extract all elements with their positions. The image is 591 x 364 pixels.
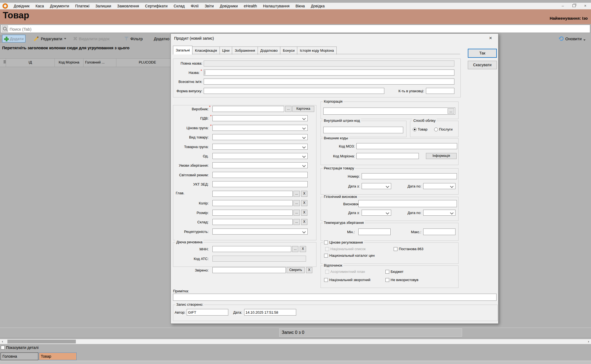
menu-zamovlennia[interactable]: Замовлення bbox=[114, 3, 142, 9]
search-input[interactable] bbox=[9, 25, 585, 33]
minimize-button[interactable]: – bbox=[559, 3, 566, 8]
tab-klasyfikatsiia[interactable]: Класифікація bbox=[192, 47, 220, 54]
storage-select[interactable] bbox=[212, 162, 308, 168]
menu-dovidnyky[interactable]: Довідники bbox=[217, 3, 241, 9]
color-clear-button[interactable]: X bbox=[301, 200, 307, 206]
composition-input[interactable] bbox=[212, 219, 293, 225]
ukt-zed-input[interactable] bbox=[212, 181, 308, 187]
column-plucode[interactable]: PLUCODE bbox=[116, 59, 179, 67]
restore-icon[interactable] bbox=[572, 4, 576, 7]
manufacturer-input[interactable] bbox=[212, 106, 284, 112]
name-input[interactable] bbox=[204, 70, 454, 76]
morion-code-input[interactable] bbox=[356, 153, 419, 159]
price-group-select[interactable] bbox=[212, 125, 308, 131]
bottom-tab-home[interactable]: Головна bbox=[1, 353, 38, 360]
information-button[interactable]: Інформація bbox=[426, 153, 457, 159]
world-name-input[interactable] bbox=[204, 79, 454, 85]
search-icon[interactable] bbox=[2, 25, 8, 32]
add-button[interactable]: Додати bbox=[2, 35, 25, 42]
size-lookup-button[interactable]: ... bbox=[293, 210, 300, 216]
radio-services[interactable]: Послуги bbox=[434, 127, 452, 131]
menu-zalyshky[interactable]: Залишки bbox=[93, 3, 114, 9]
barcode-input[interactable] bbox=[323, 127, 403, 133]
toolbar-grip[interactable] bbox=[0, 35, 2, 43]
scroll-right-icon[interactable]: › bbox=[587, 339, 590, 344]
menu-ehealth[interactable]: eHealth bbox=[241, 3, 260, 9]
light-mode-input[interactable] bbox=[212, 172, 308, 178]
size-input[interactable] bbox=[212, 210, 293, 216]
color-input[interactable] bbox=[212, 200, 293, 206]
corporation-input[interactable] bbox=[323, 108, 455, 115]
cancel-button[interactable]: Скасувати bbox=[468, 61, 497, 69]
bottom-tab-tovar[interactable]: Товар bbox=[39, 353, 77, 360]
prescription-select[interactable] bbox=[212, 229, 308, 235]
menu-zvity[interactable]: Звіти bbox=[202, 3, 217, 9]
conclusion-input[interactable] bbox=[358, 200, 457, 207]
created-date-input[interactable] bbox=[244, 309, 296, 316]
tab-zagalni[interactable]: Загальні bbox=[173, 46, 192, 54]
goods-group-select[interactable] bbox=[212, 144, 308, 150]
budget-checkbox[interactable]: Бюджет bbox=[385, 270, 403, 274]
manufacturer-card-button[interactable]: Карточка bbox=[292, 106, 314, 112]
column-main[interactable]: Головний ... bbox=[83, 59, 116, 67]
moz-code-input[interactable] bbox=[356, 143, 457, 149]
show-details-checkbox[interactable]: Показувати деталі bbox=[1, 345, 39, 350]
national-return-checkbox[interactable]: Національний зворотний bbox=[324, 278, 370, 282]
composition-clear-button[interactable]: X bbox=[301, 219, 307, 225]
color-lookup-button[interactable]: ... bbox=[293, 200, 300, 206]
release-form-input[interactable] bbox=[204, 88, 384, 94]
row-indicator-column[interactable] bbox=[0, 59, 6, 67]
manufacturer-lookup-button[interactable]: ... bbox=[285, 106, 292, 112]
horizontal-scrollbar[interactable]: ‹ › bbox=[0, 339, 591, 344]
vat-select[interactable] bbox=[212, 115, 308, 121]
verify-button[interactable]: Сверить bbox=[287, 267, 305, 273]
reg-date-from-select[interactable] bbox=[362, 183, 391, 189]
hyg-date-to-select[interactable] bbox=[423, 210, 455, 216]
menu-vikna[interactable]: Вікна bbox=[293, 3, 308, 9]
menu-sertyfikaty[interactable]: Сертифікати bbox=[142, 3, 171, 9]
main-clear-button[interactable]: X bbox=[301, 191, 307, 197]
close-window-button[interactable]: × bbox=[582, 3, 589, 8]
menu-platezhi[interactable]: Платежі bbox=[72, 3, 93, 9]
tab-bonusy[interactable]: Бонуси bbox=[280, 47, 297, 54]
menu-kasa[interactable]: Каса bbox=[33, 3, 47, 9]
tab-tsiny[interactable]: Ціни bbox=[220, 47, 232, 54]
refresh-button[interactable]: Оновити bbox=[558, 35, 587, 42]
hyg-date-from-select[interactable] bbox=[362, 210, 391, 216]
reg-number-input[interactable] bbox=[362, 173, 457, 179]
scroll-left-icon[interactable]: ‹ bbox=[1, 339, 4, 344]
more-button[interactable]: Додатко bbox=[152, 35, 171, 42]
note-input[interactable] bbox=[173, 294, 497, 301]
verified-input[interactable] bbox=[212, 267, 286, 273]
mnn-input[interactable] bbox=[212, 246, 291, 252]
size-clear-button[interactable]: X bbox=[301, 210, 307, 216]
mnn-clear-button[interactable]: X bbox=[300, 246, 306, 252]
menu-dovidnyk[interactable]: Довідник bbox=[11, 3, 33, 9]
corporation-lookup-button[interactable]: ... bbox=[448, 108, 454, 114]
national-catalog-checkbox[interactable]: Национальный каталог цен bbox=[324, 253, 375, 258]
main-lookup-button[interactable]: ... bbox=[293, 191, 300, 197]
tab-dodatkovo[interactable]: Додатково bbox=[258, 47, 280, 54]
goods-kind-select[interactable] bbox=[212, 134, 308, 140]
price-regulation-checkbox[interactable]: Цінове регулювання bbox=[323, 240, 364, 244]
menu-dokumenty[interactable]: Документи bbox=[47, 3, 72, 9]
edit-button[interactable]: Редагувати bbox=[32, 35, 68, 42]
column-id[interactable]: ІД bbox=[6, 59, 55, 67]
mnn-lookup-button[interactable]: ... bbox=[292, 246, 298, 252]
temp-min-input[interactable] bbox=[358, 229, 391, 235]
menu-nalashtuvannia[interactable]: Налаштування bbox=[260, 3, 293, 9]
menu-filii[interactable]: Філії bbox=[188, 3, 202, 9]
tab-zobrazhennia[interactable]: Зображення bbox=[232, 47, 258, 54]
unit-select[interactable] bbox=[212, 153, 308, 159]
composition-lookup-button[interactable]: ... bbox=[293, 219, 300, 225]
reg-date-to-select[interactable] bbox=[423, 183, 455, 189]
ok-button[interactable]: Так bbox=[468, 49, 497, 58]
main-input[interactable] bbox=[212, 191, 293, 197]
radio-goods[interactable]: Товар bbox=[413, 127, 427, 131]
filter-button[interactable]: Фільтр bbox=[123, 35, 144, 42]
menu-sklad[interactable]: Склад bbox=[171, 3, 188, 9]
tab-istoriia[interactable]: Історія коду Моріона bbox=[297, 47, 336, 54]
pack-qty-input[interactable] bbox=[426, 88, 454, 94]
author-input[interactable] bbox=[187, 309, 228, 316]
decree-863-checkbox[interactable]: Постанова 863 bbox=[394, 247, 423, 251]
